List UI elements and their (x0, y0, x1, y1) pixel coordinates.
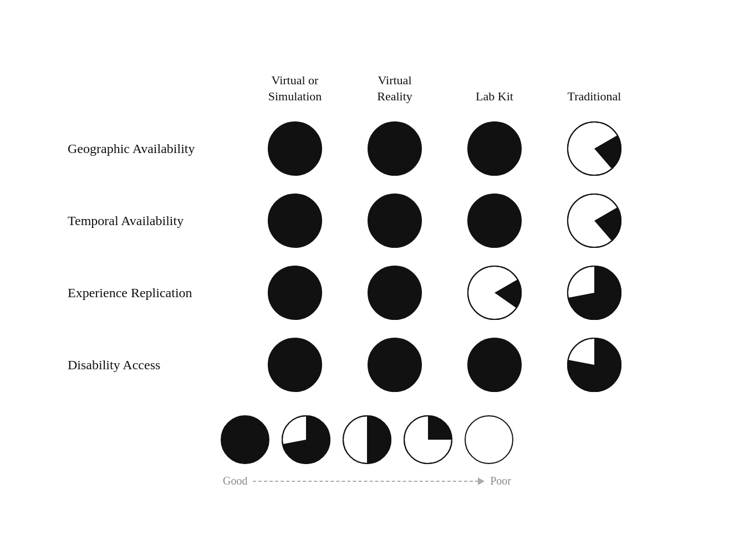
data-rows: Geographic Availability Temporal Availab… (68, 121, 666, 393)
cell-2-0 (245, 265, 345, 320)
cell-3-1 (345, 337, 445, 393)
legend-labels: Good Poor (223, 475, 511, 487)
svg-point-6 (368, 194, 421, 247)
svg-point-10 (268, 266, 322, 319)
svg-point-17 (368, 338, 421, 391)
legend-pie-2 (342, 415, 392, 467)
legend-pie-3 (403, 415, 453, 467)
cell-0-2 (445, 121, 544, 176)
col-header-4: Traditional (544, 89, 644, 105)
col-header-3: Lab Kit (445, 89, 544, 105)
cell-1-0 (245, 193, 345, 248)
cell-1-2 (445, 193, 544, 248)
data-row-3: Disability Access (68, 337, 666, 393)
cell-0-3 (544, 121, 644, 176)
cell-3-0 (245, 337, 345, 393)
data-row-1: Temporal Availability (68, 193, 666, 248)
row-label-0: Geographic Availability (68, 141, 245, 156)
legend-pies (220, 415, 514, 467)
cell-1-3 (544, 193, 644, 248)
svg-point-0 (268, 122, 322, 175)
svg-point-7 (468, 194, 521, 247)
legend-arrow (253, 477, 485, 485)
cell-3-3 (544, 337, 644, 393)
cell-0-1 (345, 121, 445, 176)
legend-poor-label: Poor (490, 475, 511, 487)
legend-section: Good Poor (68, 415, 666, 487)
legend-dashed-line (253, 481, 478, 482)
chart-container: Virtual orSimulation VirtualReality Lab … (34, 50, 700, 510)
svg-point-1 (368, 122, 421, 175)
svg-point-21 (221, 416, 269, 464)
data-row-0: Geographic Availability (68, 121, 666, 176)
legend-pie-1 (281, 415, 331, 467)
cell-1-1 (345, 193, 445, 248)
legend-good-label: Good (223, 475, 247, 487)
svg-point-11 (368, 266, 421, 319)
cell-2-2 (445, 265, 544, 320)
col-header-1: Virtual orSimulation (245, 73, 345, 104)
row-label-3: Disability Access (68, 358, 245, 373)
svg-point-18 (468, 338, 521, 391)
data-row-2: Experience Replication (68, 265, 666, 320)
cell-0-0 (245, 121, 345, 176)
cell-3-2 (445, 337, 544, 393)
row-label-2: Experience Replication (68, 286, 245, 301)
svg-point-16 (268, 338, 322, 391)
legend-pie-4 (464, 415, 514, 467)
col-header-2: VirtualReality (345, 73, 445, 104)
header-row: Virtual orSimulation VirtualReality Lab … (245, 73, 666, 104)
row-label-1: Temporal Availability (68, 213, 245, 228)
cell-2-1 (345, 265, 445, 320)
svg-point-5 (268, 194, 322, 247)
svg-point-28 (465, 416, 513, 464)
svg-point-2 (468, 122, 521, 175)
legend-arrowhead (478, 477, 485, 485)
cell-2-3 (544, 265, 644, 320)
legend-pie-0 (220, 415, 270, 467)
